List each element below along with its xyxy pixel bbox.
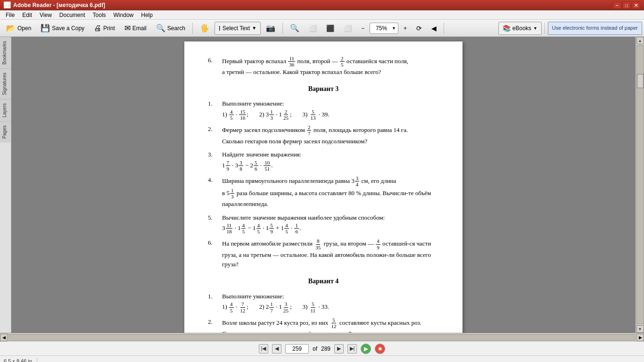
prev-page-button[interactable]: ◀ [272,344,281,354]
zoom-input[interactable] [372,25,391,32]
use-forms-button[interactable]: Use electronic forms instead of paper [548,22,642,35]
frac-3-4: 34 [355,175,360,187]
open-label: Open [17,25,31,32]
ebooks-icon: 📚 [503,25,511,32]
frac-15-16: 1516 [239,109,246,121]
scroll-down-arrow[interactable]: ▼ [636,325,644,333]
pages-tab[interactable]: Pages [0,121,11,142]
prev-page-nav-button[interactable]: ◀ [427,22,441,35]
main-area: Bookmarks Signatures Layers Pages 6. Пер… [0,37,644,333]
page-number-input[interactable] [285,344,309,354]
zoom-minus-button[interactable]: − [357,22,369,35]
frac-1-3b: 13 [230,188,235,199]
fraction-11-36: 1136 [288,56,295,67]
status-separator [37,358,37,362]
frac-5-13: 513 [310,109,317,121]
zoom-out-button[interactable]: 🔍 [286,22,304,35]
bottom-scrollbar: ◀ ▶ [0,333,644,341]
frac-5-12: 512 [330,317,337,329]
right-scrollbar: ▲ ▼ [636,37,644,333]
ebooks-label: eBooks [512,25,531,32]
select-text-dropdown-icon[interactable]: ▼ [252,25,256,31]
p5-content: Вычислите значение выражения наиболее уд… [222,213,439,235]
p1-content: Выполните умножение: 1) 45 · 1516; 2) 31… [222,99,439,121]
problem-v2-6: 6. Первый трактор вспахал 1136 поля, вто… [208,56,439,77]
h-scroll-track[interactable] [8,334,636,341]
menu-edit[interactable]: Edit [18,11,36,19]
frac-4-5b: 45 [256,222,261,234]
last-page-button[interactable]: ▶| [347,344,357,354]
frac-5-9: 59 [269,222,274,234]
stop-button[interactable]: ■ [375,344,385,354]
separator-3 [444,23,444,34]
menu-document[interactable]: Document [56,11,89,19]
next-page-button[interactable]: ▶ [334,344,344,354]
full-icon: ⬜ [344,25,352,32]
rotate-button[interactable]: ⟳ [412,22,426,35]
full-page-button[interactable]: ⬜ [339,22,356,35]
p2-content: Фермер засеял подсолнечником 27 поля, пл… [222,124,439,146]
zoom-out-icon: 🔍 [290,24,299,33]
open-icon: 📂 [6,24,16,33]
search-label: Search [167,25,185,32]
ebooks-dropdown-icon[interactable]: ▼ [533,26,537,31]
print-label: Print [103,25,115,32]
email-icon: ✉ [124,24,131,33]
menu-help[interactable]: Help [137,11,157,19]
p6-content: На первом автомобиле разместили 835 груз… [222,238,439,270]
scroll-thumb[interactable] [637,74,644,88]
minimize-button[interactable]: − [613,1,621,9]
separator-4 [545,23,545,34]
email-button[interactable]: ✉ Email [120,22,151,35]
menu-file[interactable]: File [2,11,18,19]
email-label: Email [132,25,147,32]
frac-8-35: 835 [314,238,322,250]
scroll-up-arrow[interactable]: ▲ [636,37,644,44]
snapshot-icon: 📷 [266,24,275,33]
toolbar: 📂 Open 💾 Save a Copy 🖨 Print ✉ Email 🔍 S… [0,20,644,37]
maximize-button[interactable]: □ [622,1,631,9]
signatures-tab[interactable]: Signatures [0,68,11,99]
menu-window[interactable]: Window [110,11,138,19]
search-button[interactable]: 🔍 Search [152,22,190,35]
v4p2-num: 2. [208,317,217,333]
zoom-dropdown-icon[interactable]: ▼ [392,26,396,31]
hand-tool-button[interactable]: 🖐 [196,22,214,35]
frac-1-6: 16 [294,222,299,234]
save-copy-button[interactable]: 💾 Save a Copy [36,22,89,35]
ebooks-button[interactable]: 📚 eBooks ▼ [498,22,542,35]
zoom-control: ▼ [370,23,398,34]
select-text-button[interactable]: I Select Text ▼ [215,22,261,35]
menu-view[interactable]: View [36,11,56,19]
v4p1-num: 1. [208,292,217,313]
first-page-button[interactable]: |◀ [259,344,268,354]
close-button[interactable]: ✕ [632,1,640,9]
pdf-content: 6. Первый трактор вспахал 1136 поля, вто… [208,56,439,333]
p3-content: Найдите значение выражения: 179 · 338 − … [222,150,439,172]
pdf-page: 6. Первый трактор вспахал 1136 поля, вто… [184,41,462,333]
frac-4-5c: 45 [284,222,289,234]
open-button[interactable]: 📂 Open [2,22,35,35]
total-pages: 289 [321,346,330,352]
scroll-left-arrow[interactable]: ◀ [0,334,8,341]
v3-problem-5: 5. Вычислите значение выражения наиболее… [208,213,439,235]
frac-4-5v4: 45 [229,301,234,313]
v3-problem-3: 3. Найдите значение выражения: 179 · 338… [208,150,439,172]
title-bar: 🅰 Adobe Reader - [методичка 6.pdf] − □ ✕ [0,0,644,10]
zoom-plus-button[interactable]: + [399,22,411,35]
print-button[interactable]: 🖨 Print [90,22,119,35]
play-button[interactable]: ▶ [361,344,371,354]
fit-page-button[interactable]: ⬜ [305,22,321,35]
print-icon: 🖨 [94,24,101,33]
scroll-right-arrow[interactable]: ▶ [636,334,644,341]
fit-width-button[interactable]: ⬛ [322,22,339,35]
search-icon: 🔍 [156,24,165,33]
frac-3-8: 38 [239,160,243,172]
layers-tab[interactable]: Layers [0,99,11,121]
snapshot-button[interactable]: 📷 [262,22,280,35]
problem-content: Первый трактор вспахал 1136 поля, второй… [222,56,439,77]
bookmarks-tab[interactable]: Bookmarks [0,37,11,68]
scroll-track[interactable] [636,45,644,324]
fit-icon: ⬜ [309,25,317,32]
menu-tools[interactable]: Tools [89,11,110,19]
